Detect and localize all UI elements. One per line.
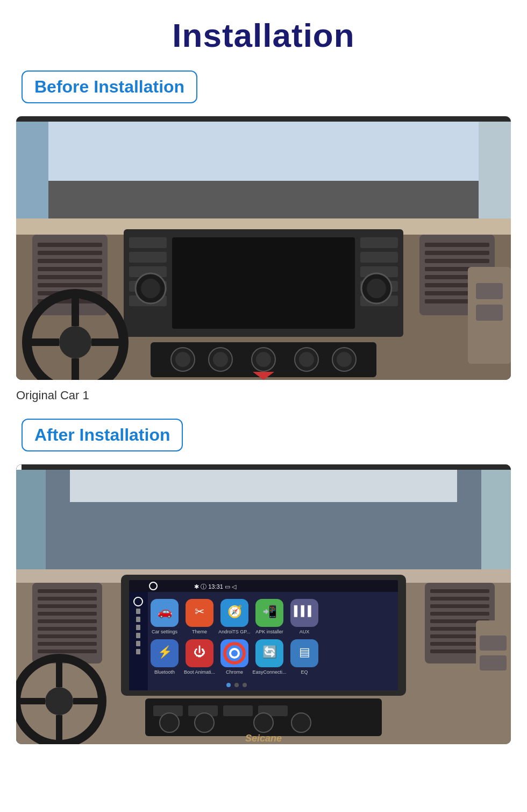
svg-rect-90 [136, 625, 140, 630]
after-badge: After Installation [22, 419, 183, 451]
svg-text:📲: 📲 [262, 604, 277, 619]
svg-rect-11 [38, 267, 102, 271]
svg-rect-10 [38, 259, 102, 263]
svg-text:✱ ⓘ 13:31  ▭  ◁: ✱ ⓘ 13:31 ▭ ◁ [194, 583, 237, 590]
svg-text:Chrome: Chrome [226, 669, 243, 675]
svg-rect-78 [38, 649, 97, 653]
svg-rect-65 [16, 464, 511, 470]
svg-rect-18 [129, 237, 167, 248]
svg-rect-74 [38, 619, 97, 623]
svg-rect-34 [425, 251, 489, 255]
svg-text:🚗: 🚗 [158, 604, 173, 619]
svg-rect-73 [38, 612, 97, 616]
after-car-image: ✱ ⓘ 13:31 ▭ ◁ 🚗 Car settings [16, 464, 511, 744]
svg-rect-132 [430, 604, 489, 608]
svg-rect-33 [425, 243, 489, 247]
svg-rect-17 [172, 237, 355, 329]
svg-rect-159 [481, 470, 511, 569]
svg-point-128 [243, 683, 247, 687]
svg-rect-92 [136, 641, 140, 646]
svg-text:🧭: 🧭 [227, 604, 243, 619]
svg-point-146 [254, 713, 273, 732]
svg-rect-4 [16, 116, 511, 122]
svg-rect-23 [360, 237, 398, 248]
svg-text:🔄: 🔄 [262, 645, 277, 659]
svg-text:EasyConnecti...: EasyConnecti... [252, 669, 286, 675]
svg-rect-70 [38, 589, 97, 593]
svg-point-49 [299, 352, 314, 367]
svg-point-118 [231, 650, 238, 656]
svg-text:EQ: EQ [301, 669, 308, 675]
svg-text:⚡: ⚡ [158, 645, 173, 659]
svg-text:Theme: Theme [192, 629, 207, 634]
svg-point-54 [59, 326, 91, 358]
svg-rect-71 [38, 597, 97, 601]
svg-point-29 [141, 279, 160, 298]
svg-text:⏻: ⏻ [194, 645, 205, 659]
svg-point-126 [226, 683, 231, 687]
after-image-container: ✱ ⓘ 13:31 ▭ ◁ 🚗 Car settings [16, 464, 511, 744]
svg-rect-35 [425, 259, 489, 263]
svg-rect-63 [479, 122, 511, 218]
svg-rect-81 [129, 580, 398, 592]
svg-point-45 [213, 352, 228, 367]
svg-text:APK installer: APK installer [255, 629, 283, 634]
svg-rect-12 [38, 275, 102, 279]
svg-text:Bluetooth: Bluetooth [154, 669, 175, 675]
svg-rect-61 [476, 305, 503, 321]
svg-rect-93 [136, 649, 140, 654]
before-badge: Before Installation [22, 70, 197, 103]
svg-rect-158 [16, 470, 46, 569]
svg-rect-9 [38, 251, 102, 255]
svg-rect-24 [360, 252, 398, 263]
before-caption: Original Car 1 [16, 389, 89, 403]
svg-point-47 [256, 352, 271, 367]
svg-rect-88 [136, 609, 140, 614]
svg-rect-142 [223, 705, 253, 716]
svg-rect-8 [38, 243, 102, 247]
svg-rect-77 [38, 642, 97, 646]
svg-rect-131 [430, 597, 489, 601]
svg-rect-130 [430, 589, 489, 593]
svg-text:Boot Animati...: Boot Animati... [184, 669, 215, 675]
svg-point-147 [291, 713, 311, 732]
svg-rect-157 [480, 655, 507, 670]
svg-rect-91 [136, 633, 140, 638]
svg-text:▌▌▌: ▌▌▌ [294, 605, 315, 617]
before-section: Before Installation [16, 70, 511, 419]
svg-rect-3 [48, 116, 479, 181]
svg-point-145 [195, 713, 214, 732]
svg-rect-156 [480, 636, 507, 651]
svg-rect-19 [129, 252, 167, 263]
svg-rect-75 [38, 627, 97, 631]
svg-point-127 [234, 683, 239, 687]
page-title: Installation [172, 16, 354, 54]
svg-text:✂: ✂ [195, 605, 204, 618]
svg-text:Seicane: Seicane [245, 733, 282, 744]
svg-text:▤: ▤ [299, 645, 310, 659]
after-section: After Installation [16, 419, 511, 753]
svg-point-31 [367, 279, 386, 298]
svg-rect-72 [38, 604, 97, 608]
svg-rect-133 [430, 612, 489, 616]
svg-text:Car settings: Car settings [152, 629, 178, 634]
before-car-image [16, 116, 511, 380]
before-image-container [16, 116, 511, 380]
svg-rect-89 [136, 617, 140, 622]
svg-text:AndroiTS GP...: AndroiTS GP... [218, 629, 250, 634]
svg-rect-66 [70, 470, 457, 502]
svg-text:AUX: AUX [300, 629, 310, 634]
svg-point-144 [160, 713, 179, 732]
svg-point-150 [45, 687, 73, 715]
svg-rect-76 [38, 634, 97, 638]
svg-point-43 [175, 352, 190, 367]
svg-rect-13 [38, 283, 102, 287]
svg-rect-60 [476, 283, 503, 299]
svg-rect-62 [16, 122, 48, 218]
svg-point-51 [337, 352, 352, 367]
